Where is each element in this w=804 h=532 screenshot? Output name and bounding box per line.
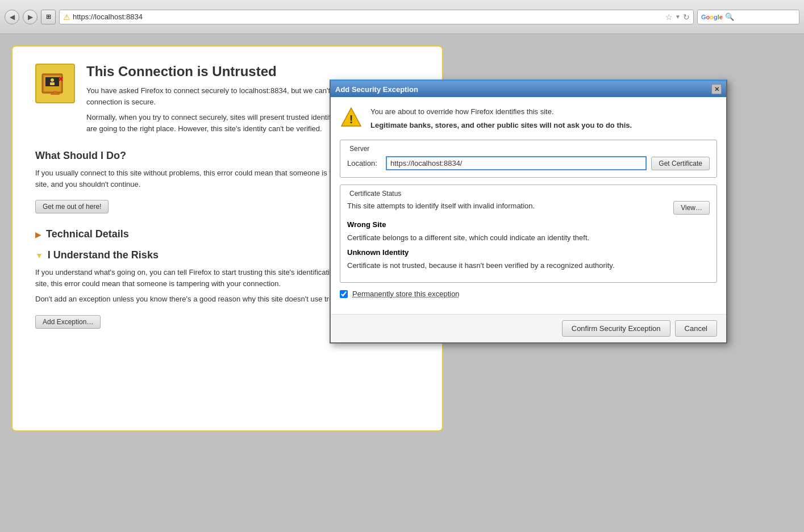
untrusted-icon-svg [41, 69, 69, 98]
svg-rect-4 [50, 82, 55, 85]
dialog-title: Add Security Exception [335, 85, 418, 94]
star-icon[interactable]: ☆ [665, 12, 673, 22]
add-exception-button[interactable]: Add Exception… [35, 315, 101, 329]
dialog-footer: Confirm Security Exception Cancel [331, 314, 726, 342]
wrong-site-label: Wrong Site [347, 220, 710, 229]
permanently-store-label: Permanently store this exception [352, 290, 460, 298]
refresh-icon[interactable]: ↻ [683, 12, 690, 22]
get-certificate-button[interactable]: Get Certificate [651, 157, 710, 170]
browser-chrome: ◀ ▶ ⊞ ⚠ https://localhost:8834 ☆ ▼ ↻ Goo… [0, 0, 804, 34]
dialog-titlebar: Add Security Exception ✕ [331, 81, 726, 97]
unknown-identity-label: Unknown Identity [347, 248, 710, 257]
get-me-out-button[interactable]: Get me out of here! [35, 200, 109, 213]
search-bar[interactable]: Google 🔍 [697, 10, 799, 24]
error-icon [35, 64, 75, 103]
security-warning-icon: ⚠ [63, 12, 70, 22]
certificate-status-fieldset: Certificate Status This site attempts to… [340, 185, 717, 283]
unknown-identity-description: Certificate is not trusted, because it h… [347, 260, 710, 271]
dialog-close-button[interactable]: ✕ [711, 84, 722, 94]
location-row: Location: Get Certificate [347, 156, 710, 170]
address-bar[interactable]: ⚠ https://localhost:8834 ☆ ▼ ↻ [59, 10, 694, 24]
back-button[interactable]: ◀ [5, 10, 19, 24]
chevron-down-icon[interactable]: ▼ [675, 14, 681, 20]
location-input[interactable] [386, 156, 647, 170]
cancel-button[interactable]: Cancel [675, 320, 717, 337]
warning-triangle-icon: ! [340, 106, 363, 129]
error-page-title: This Connection is Untrusted [86, 64, 419, 79]
svg-rect-8 [53, 91, 57, 94]
server-legend: Server [347, 145, 710, 153]
address-text: https://localhost:8834 [73, 12, 659, 21]
triangle-right-icon: ▶ [35, 230, 41, 239]
permanently-store-checkbox[interactable] [340, 290, 348, 298]
dialog-warning-row: ! You are about to override how Firefox … [340, 106, 717, 131]
technical-details-title: Technical Details [46, 228, 129, 240]
search-icon[interactable]: 🔍 [725, 12, 734, 21]
wrong-site-description: Certificate belongs to a different site,… [347, 232, 710, 244]
bookmark-icon: ⊞ [46, 13, 51, 20]
forward-button[interactable]: ▶ [23, 10, 38, 24]
warning-description: You are about to override how Firefox id… [370, 107, 554, 116]
add-security-exception-dialog: Add Security Exception ✕ ! You are about… [330, 79, 727, 344]
address-right-icons: ☆ ▼ ↻ [665, 12, 690, 22]
svg-point-3 [51, 78, 54, 82]
browser-content: This Connection is Untrusted You have as… [0, 34, 804, 532]
understand-risks-title: I Understand the Risks [48, 249, 159, 261]
dialog-body: ! You are about to override how Firefox … [331, 97, 726, 314]
warning-bold: Legitimate banks, stores, and other publ… [370, 120, 632, 131]
triangle-down-icon: ▼ [35, 251, 43, 260]
permanently-store-row: Permanently store this exception [340, 290, 717, 298]
view-certificate-button[interactable]: View… [673, 201, 710, 215]
google-icon: Google [701, 14, 723, 20]
location-label: Location: [347, 159, 381, 167]
cert-status-legend: Certificate Status [347, 190, 710, 198]
confirm-security-exception-button[interactable]: Confirm Security Exception [562, 320, 670, 337]
warning-text: You are about to override how Firefox id… [370, 106, 632, 131]
svg-text:!: ! [349, 113, 353, 125]
cert-status-text: This site attempts to identify itself wi… [347, 201, 535, 211]
server-fieldset: Server Location: Get Certificate [340, 140, 717, 178]
bookmark-button[interactable]: ⊞ [41, 10, 56, 24]
